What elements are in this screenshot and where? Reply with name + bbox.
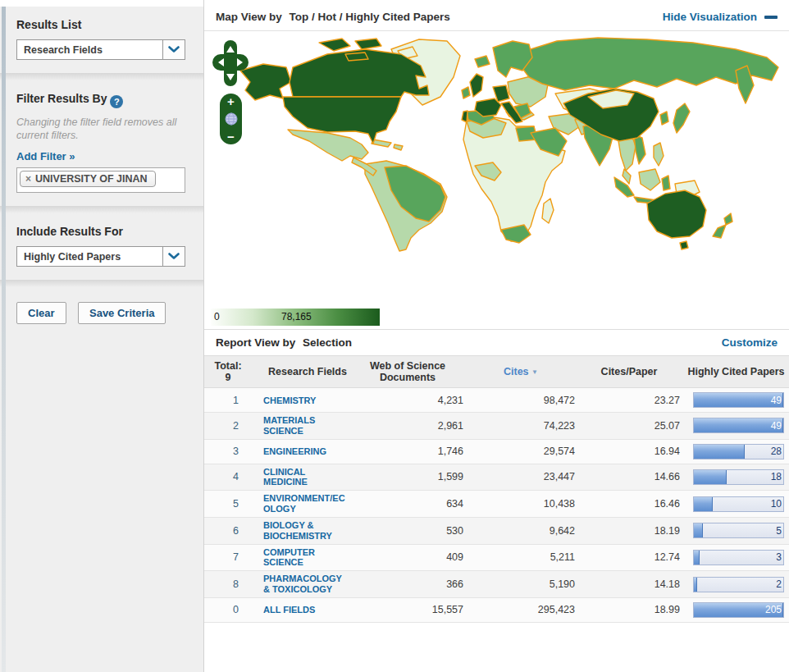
research-field-link[interactable]: ENGINEERING [263,446,349,457]
col-header-research-fields[interactable]: Research Fields [252,366,352,377]
research-field-link[interactable]: CHEMISTRY [263,395,349,406]
row-cites: 23,447 [467,471,578,482]
filter-tag-label: UNIVERSITY OF JINAN [35,173,148,185]
sort-descending-icon: ▼ [531,368,538,376]
results-list-title: Results List [16,18,203,31]
total-value: 9 [204,372,252,383]
row-field-cell: ALL FIELDS [252,604,352,615]
bar-value: 18 [771,471,782,482]
row-wos-documents: 530 [352,525,467,537]
bar-fill [694,523,703,537]
zoom-out-icon[interactable]: − [227,131,235,142]
row-bar-cell: 2 [683,577,789,592]
research-field-link[interactable]: BIOLOGY & BIOCHEMISTRY [263,520,349,541]
results-list-dropdown[interactable]: Research Fields [16,39,185,60]
filter-results-section: Filter Results By? Changing the filter f… [0,80,203,206]
report-table-body: 1CHEMISTRY4,23198,47223.27492MATERIALS S… [204,388,789,623]
row-bar-cell: 18 [683,469,789,485]
row-cites-per-paper: 14.66 [578,471,683,482]
add-filter-link[interactable]: Add Filter » [16,150,75,162]
row-rank: 3 [204,446,252,457]
collapse-minus-icon[interactable] [764,16,778,19]
chevron-down-icon[interactable] [162,40,185,59]
filter-tags-box[interactable]: × UNIVERSITY OF JINAN [16,167,185,193]
pan-control[interactable] [212,39,249,87]
total-header: Total: 9 [204,360,252,384]
report-view-title: Report View by Selection [216,336,352,349]
report-view-title-emphasis: Selection [303,336,352,349]
total-label: Total: [204,360,252,372]
legend-max-value: 78,165 [281,311,312,322]
row-bar-cell: 49 [683,392,789,408]
row-wos-documents: 366 [352,578,467,590]
row-field-cell: MATERIALS SCIENCE [252,415,352,437]
help-icon[interactable]: ? [110,95,123,108]
row-field-cell: CLINICAL MEDICINE [252,467,352,488]
filter-note: Changing the filter field removes all cu… [16,117,182,142]
clear-button[interactable]: Clear [16,302,66,324]
report-table-header: Total: 9 Research Fields Web of Science … [204,355,789,388]
bar-value: 3 [776,551,782,563]
row-cites: 10,438 [467,498,578,510]
col-header-cites-per-paper[interactable]: Cites/Paper [578,366,683,377]
table-row: 5ENVIRONMENT/ECOLOGY63410,43816.4610 [204,491,789,518]
highly-cited-bar[interactable]: 28 [693,444,784,459]
col-header-highly-cited-papers[interactable]: Highly Cited Papers [683,366,789,377]
row-wos-documents: 409 [352,551,467,563]
bar-value: 205 [765,604,782,615]
filter-tag[interactable]: × UNIVERSITY OF JINAN [20,171,156,187]
highly-cited-bar[interactable]: 18 [693,469,784,485]
table-row: 1CHEMISTRY4,23198,47223.2749 [204,388,789,413]
row-wos-documents: 1,746 [352,446,467,457]
hide-visualization-link[interactable]: Hide Visualization [663,11,778,23]
col-header-wos-documents[interactable]: Web of Science Documents [352,360,467,384]
research-field-link[interactable]: CLINICAL MEDICINE [263,467,349,487]
highly-cited-bar[interactable]: 205 [693,602,784,618]
row-cites: 295,423 [467,604,578,615]
section-divider [0,280,203,287]
zoom-control[interactable]: + − [220,94,242,144]
highly-cited-bar[interactable]: 3 [693,550,784,565]
map-view-header: Map View by Top / Hot / Highly Cited Pap… [204,0,789,31]
research-field-link[interactable]: COMPUTER SCIENCE [263,547,349,568]
row-bar-cell: 49 [683,418,789,433]
include-results-section: Include Results For Highly Cited Papers [0,213,203,280]
table-row: 6BIOLOGY & BIOCHEMISTRY5309,64218.195 [204,518,789,545]
research-field-link[interactable]: PHARMACOLOGY & TOXICOLOGY [263,574,349,594]
row-wos-documents: 4,231 [352,395,467,406]
save-criteria-button[interactable]: Save Criteria [78,302,166,324]
col-header-cites[interactable]: Cites ▼ [467,366,578,377]
row-rank: 1 [204,395,252,406]
research-field-link[interactable]: ALL FIELDS [263,605,349,615]
map-controls: + − [212,39,253,144]
highly-cited-bar[interactable]: 10 [693,496,784,512]
highly-cited-bar[interactable]: 49 [693,392,784,408]
remove-filter-icon[interactable]: × [25,173,31,185]
highly-cited-bar[interactable]: 49 [693,418,784,433]
research-field-link[interactable]: ENVIRONMENT/ECOLOGY [263,493,349,514]
world-map[interactable] [204,34,784,305]
row-bar-cell: 3 [683,550,789,565]
include-results-dropdown[interactable]: Highly Cited Papers [16,246,185,267]
bar-fill [694,497,713,511]
highly-cited-bar[interactable]: 5 [693,523,784,538]
chevron-down-icon[interactable] [162,247,185,266]
research-field-link[interactable]: MATERIALS SCIENCE [263,415,349,436]
row-rank: 5 [204,498,252,510]
hide-visualization-label: Hide Visualization [663,11,757,23]
row-wos-documents: 15,557 [352,604,467,615]
row-bar-cell: 28 [683,444,789,459]
row-cites-per-paper: 18.99 [578,604,683,615]
globe-icon[interactable] [225,112,238,126]
include-results-dropdown-value: Highly Cited Papers [17,251,162,263]
bar-value: 28 [771,446,782,457]
row-rank: 0 [204,604,252,615]
report-section: Report View by Selection Customize Total… [204,329,789,623]
results-list-section: Results List Research Fields [0,7,203,73]
customize-link[interactable]: Customize [722,336,778,349]
highly-cited-bar[interactable]: 2 [693,577,784,592]
table-row: 8PHARMACOLOGY & TOXICOLOGY3665,19014.182 [204,571,789,598]
row-field-cell: CHEMISTRY [252,395,352,406]
table-row: 3ENGINEERING1,74629,57416.9428 [204,440,789,464]
zoom-in-icon[interactable]: + [227,96,235,107]
